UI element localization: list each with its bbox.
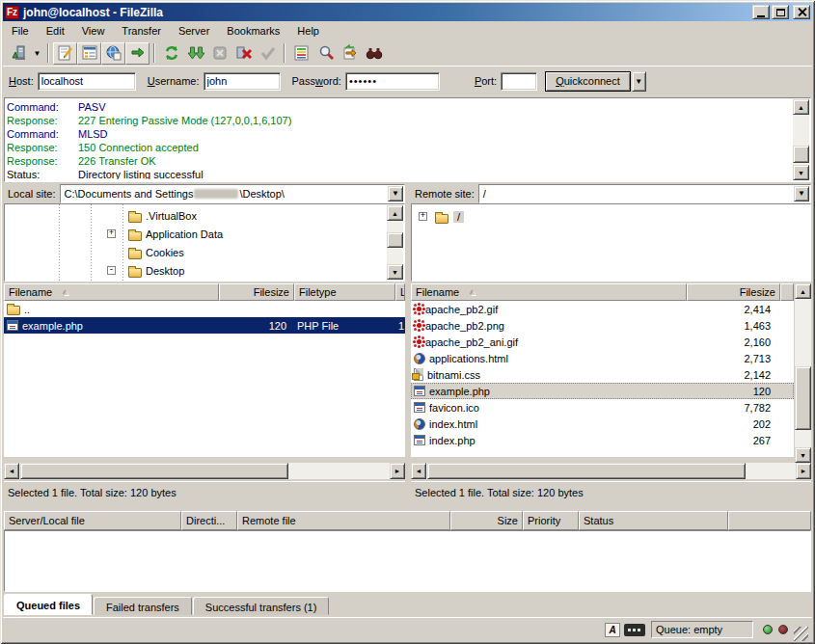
remote-file-row[interactable]: apache_pb2.gif 2,414 bbox=[411, 301, 794, 317]
menu-help[interactable]: Help bbox=[288, 23, 328, 39]
quickconnect-button[interactable]: Quickconnect bbox=[545, 71, 631, 92]
remote-file-row[interactable]: index.php 267 bbox=[411, 432, 794, 448]
toggle-remote-treeview-button[interactable] bbox=[101, 42, 125, 65]
queue-list[interactable] bbox=[4, 530, 811, 592]
scroll-right-icon[interactable]: ► bbox=[796, 463, 811, 479]
tree-item-application-data[interactable]: Application Data bbox=[128, 226, 223, 243]
scroll-left-icon[interactable]: ◄ bbox=[4, 463, 19, 479]
queue-column-priority[interactable]: Priority bbox=[523, 511, 579, 530]
toggle-local-treeview-button[interactable] bbox=[77, 42, 101, 65]
scroll-down-icon[interactable]: ▼ bbox=[795, 447, 811, 463]
local-column-filetype[interactable]: Filetype bbox=[294, 283, 395, 301]
scroll-down-icon[interactable]: ▼ bbox=[793, 165, 809, 180]
scroll-up-icon[interactable]: ▲ bbox=[795, 283, 811, 299]
quickconnect-dropdown-button[interactable]: ▼ bbox=[632, 71, 646, 92]
expand-icon[interactable]: + bbox=[419, 212, 427, 221]
cancel-operation-button[interactable] bbox=[207, 42, 231, 65]
menu-view[interactable]: View bbox=[73, 23, 114, 39]
filter-button[interactable] bbox=[362, 42, 386, 65]
port-label: Port: bbox=[475, 75, 497, 87]
remote-file-row[interactable]: applications.html 2,713 bbox=[411, 350, 794, 366]
toolbar: ▼ bbox=[3, 40, 812, 66]
tree-item-root[interactable]: / bbox=[435, 208, 464, 226]
minimize-icon bbox=[757, 15, 765, 17]
password-input[interactable] bbox=[345, 72, 440, 91]
tab-queued-files[interactable]: Queued files bbox=[4, 594, 93, 615]
reconnect-button[interactable] bbox=[256, 42, 280, 65]
menu-file[interactable]: File bbox=[3, 23, 38, 39]
remote-path-combobox[interactable]: / ▼ bbox=[478, 184, 811, 203]
local-path-combobox[interactable]: C:\Documents and Settings\Desktop\ ▼ bbox=[60, 184, 405, 203]
scroll-down-icon[interactable]: ▼ bbox=[387, 264, 403, 280]
host-input[interactable] bbox=[38, 72, 136, 91]
tab-failed-transfers[interactable]: Failed transfers bbox=[94, 597, 192, 615]
find-files-button[interactable] bbox=[313, 42, 338, 65]
disconnect-button[interactable] bbox=[231, 42, 256, 65]
port-input[interactable] bbox=[501, 72, 537, 91]
local-tree-scrollbar[interactable]: ▲ ▼ bbox=[387, 205, 403, 280]
remote-file-row-selected[interactable]: example.php 120 bbox=[411, 383, 794, 399]
scroll-left-icon[interactable]: ◄ bbox=[411, 463, 426, 479]
site-manager-button[interactable] bbox=[7, 42, 31, 65]
remote-file-row[interactable]: apache_pb2_ani.gif 2,160 bbox=[411, 334, 794, 350]
directory-comparison-button[interactable] bbox=[289, 42, 313, 65]
queue-column-status[interactable]: Status bbox=[579, 511, 728, 530]
speed-limit-indicator-icon[interactable] bbox=[624, 624, 645, 636]
data-type-indicator-icon[interactable]: A bbox=[605, 623, 620, 637]
refresh-button[interactable] bbox=[159, 42, 183, 65]
scrollbar-thumb[interactable] bbox=[20, 463, 288, 479]
local-horizontal-scrollbar[interactable]: ◄ ► bbox=[4, 463, 405, 479]
scroll-up-icon[interactable]: ▲ bbox=[793, 99, 809, 115]
scroll-up-icon[interactable]: ▲ bbox=[387, 205, 403, 221]
toggle-message-log-button[interactable] bbox=[53, 42, 77, 65]
maximize-button[interactable] bbox=[772, 5, 789, 19]
remote-file-row[interactable]: bitnami.css 2,142 bbox=[411, 366, 794, 383]
scrollbar-thumb[interactable] bbox=[795, 366, 811, 430]
reconnect-icon bbox=[259, 44, 277, 62]
menu-bookmarks[interactable]: Bookmarks bbox=[218, 23, 288, 39]
site-manager-icon bbox=[11, 44, 28, 62]
close-button[interactable] bbox=[793, 5, 810, 19]
remote-file-row[interactable]: apache_pb2.png 1,463 bbox=[411, 317, 794, 334]
log-scrollbar[interactable]: ▲ ▼ bbox=[793, 99, 809, 180]
toggle-transfer-queue-button[interactable] bbox=[125, 42, 149, 65]
tree-item-cookies[interactable]: Cookies bbox=[128, 244, 184, 261]
local-file-row-parent[interactable]: .. bbox=[4, 301, 405, 317]
local-column-filesize[interactable]: Filesize bbox=[219, 283, 294, 301]
queue-column-size[interactable]: Size bbox=[450, 511, 523, 530]
local-column-lastmodified[interactable]: L bbox=[395, 283, 405, 301]
remote-file-row[interactable]: favicon.ico 7,782 bbox=[411, 399, 794, 416]
local-path-dropdown-button[interactable]: ▼ bbox=[388, 186, 403, 201]
expand-icon[interactable]: + bbox=[107, 229, 116, 238]
remote-horizontal-scrollbar[interactable]: ◄ ► bbox=[411, 463, 811, 479]
menu-transfer[interactable]: Transfer bbox=[113, 23, 170, 39]
queue-column-direction[interactable]: Directi... bbox=[181, 511, 237, 530]
scroll-right-icon[interactable]: ► bbox=[390, 463, 405, 479]
remote-file-row[interactable]: index.html 202 bbox=[411, 416, 794, 432]
menu-server[interactable]: Server bbox=[170, 23, 218, 39]
process-queue-button[interactable] bbox=[183, 42, 207, 65]
minimize-button[interactable] bbox=[752, 5, 770, 19]
queue-column-remote-file[interactable]: Remote file bbox=[237, 511, 450, 530]
local-file-row-selected[interactable]: example.php 120 PHP File 1 bbox=[4, 317, 405, 334]
tab-successful-transfers[interactable]: Successful transfers (1) bbox=[193, 597, 330, 615]
menu-edit[interactable]: Edit bbox=[38, 23, 73, 39]
queue-column-server-local-file[interactable]: Server/Local file bbox=[4, 511, 181, 530]
remote-path-dropdown-button[interactable]: ▼ bbox=[794, 186, 809, 201]
remote-column-filesize[interactable]: Filesize bbox=[687, 283, 780, 301]
scrollbar-thumb[interactable] bbox=[793, 146, 809, 163]
collapse-icon[interactable]: - bbox=[107, 266, 116, 275]
site-manager-dropdown-button[interactable]: ▼ bbox=[31, 42, 43, 65]
title-bar[interactable]: Fz john@localhost - FileZilla bbox=[3, 3, 812, 21]
resize-grip[interactable] bbox=[794, 627, 808, 641]
username-input[interactable] bbox=[204, 72, 281, 91]
scrollbar-thumb[interactable] bbox=[387, 232, 403, 248]
php-file-icon bbox=[414, 435, 425, 445]
remote-column-filename[interactable]: Filename▲ bbox=[411, 283, 687, 301]
remote-list-scrollbar[interactable]: ▲ ▼ bbox=[795, 283, 811, 463]
local-column-filename[interactable]: Filename▲ bbox=[4, 283, 219, 301]
scrollbar-thumb[interactable] bbox=[427, 463, 746, 479]
tree-item-virtualbox[interactable]: .VirtualBox bbox=[128, 207, 197, 225]
synchronized-browsing-button[interactable] bbox=[338, 42, 362, 65]
tree-item-desktop[interactable]: Desktop bbox=[128, 262, 184, 280]
